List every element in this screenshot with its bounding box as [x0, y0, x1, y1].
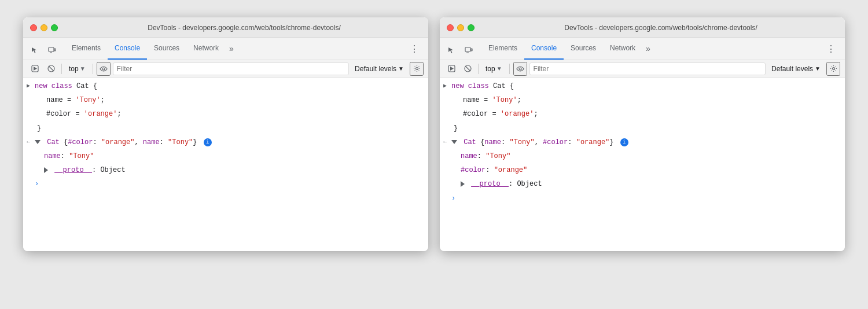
device-icon-right[interactable] [462, 43, 476, 57]
tab-menu-right[interactable]: ⋮ [822, 38, 840, 60]
block-button-left[interactable] [44, 62, 58, 76]
device-icon[interactable] [45, 43, 59, 57]
return-arrow-left: ← [27, 138, 30, 147]
console-output-left: ▶ new class Cat { name = 'Tony'; #color … [23, 78, 428, 251]
devtools-window-left: DevTools - developers.google.com/web/too… [23, 17, 428, 251]
svg-rect-10 [471, 49, 472, 51]
close-button[interactable] [30, 24, 37, 31]
console-input-right: ▶ new class Cat { [440, 80, 845, 94]
svg-line-6 [49, 66, 54, 71]
context-label-right: top [486, 65, 495, 73]
expand-arrow-input-left[interactable]: ▶ [27, 82, 30, 91]
svg-rect-9 [465, 47, 470, 52]
tab-elements-left[interactable]: Elements [65, 38, 108, 60]
console-toolbar-right: top ▼ Default levels ▼ [440, 60, 845, 78]
context-arrow-left: ▼ [80, 65, 86, 72]
maximize-button[interactable] [51, 24, 58, 31]
traffic-lights-left [30, 24, 58, 31]
console-prompt-row-right: › [440, 192, 845, 205]
collapse-cat-left[interactable] [35, 140, 41, 144]
tab-network-left[interactable]: Network [186, 38, 226, 60]
console-output-right-color: #color: "orange" [440, 164, 845, 178]
console-toolbar-left: top ▼ Default levels ▼ [23, 60, 428, 78]
levels-button-left[interactable]: Default levels ▼ [351, 62, 407, 75]
tab-network-right[interactable]: Network [603, 38, 642, 60]
tab-console-left[interactable]: Console [108, 38, 147, 60]
svg-line-15 [465, 66, 470, 71]
console-prompt-left: › [35, 179, 39, 190]
info-icon-right[interactable]: i [620, 138, 628, 146]
cursor-icon-right[interactable] [444, 43, 458, 57]
levels-label-right: Default levels [771, 65, 813, 73]
eye-button-right[interactable] [513, 62, 527, 76]
console-output-right-name: name: "Tony" [440, 150, 845, 164]
context-label-left: top [69, 65, 79, 73]
title-bar-right: DevTools - developers.google.com/web/too… [440, 17, 845, 38]
levels-label-left: Default levels [355, 65, 396, 73]
console-output-right-cat: ← Cat {name: "Tony", #color: "orange"} i [440, 136, 845, 150]
tab-more-right[interactable]: » [642, 38, 654, 60]
console-input-line2-left: name = 'Tony'; [23, 94, 428, 108]
console-input-left: ▶ new class Cat { [23, 80, 428, 94]
expand-proto-right[interactable] [461, 181, 465, 187]
tab-sources-left[interactable]: Sources [147, 38, 186, 60]
console-input-line3-right: #color = 'orange'; [440, 108, 845, 122]
tabs-bar-right: Elements Console Sources Network » ⋮ [440, 38, 845, 60]
svg-point-17 [832, 68, 834, 70]
tab-sources-right[interactable]: Sources [564, 38, 603, 60]
svg-point-7 [102, 68, 105, 70]
svg-point-16 [519, 68, 521, 70]
svg-point-8 [415, 68, 418, 70]
expand-arrow-input-right[interactable]: ▶ [443, 82, 447, 91]
eye-button-left[interactable] [97, 62, 111, 76]
tab-more-left[interactable]: » [226, 38, 237, 60]
console-input-line4-left: } [23, 122, 428, 136]
gear-button-right[interactable] [826, 62, 840, 76]
levels-arrow-right: ▼ [815, 65, 821, 72]
svg-marker-4 [34, 67, 37, 71]
close-button-right[interactable] [447, 24, 454, 31]
expand-proto-left[interactable] [44, 167, 48, 173]
tabs-bar-left: Elements Console Sources Network » ⋮ [23, 38, 428, 60]
console-input-line3-left: #color = 'orange'; [23, 108, 428, 122]
info-icon-left[interactable]: i [204, 138, 212, 146]
divider-right-2 [509, 64, 510, 74]
divider-left-1 [61, 64, 62, 74]
cursor-icon[interactable] [28, 43, 42, 57]
minimize-button[interactable] [41, 24, 47, 31]
tab-icon-group-right [444, 43, 476, 60]
context-arrow-right: ▼ [496, 65, 502, 72]
window-title-right: DevTools - developers.google.com/web/too… [484, 24, 838, 32]
run-button-left[interactable] [28, 62, 42, 76]
tab-menu-left[interactable]: ⋮ [405, 38, 424, 60]
return-arrow-right: ← [443, 138, 447, 147]
console-input-line4-right: } [440, 122, 845, 136]
title-bar-left: DevTools - developers.google.com/web/too… [23, 17, 428, 38]
console-output-right: ▶ new class Cat { name = 'Tony'; #color … [440, 78, 845, 251]
devtools-window-right: DevTools - developers.google.com/web/too… [440, 17, 845, 251]
svg-rect-0 [49, 47, 54, 52]
maximize-button-right[interactable] [468, 24, 475, 31]
divider-left-2 [93, 64, 93, 74]
gear-button-left[interactable] [410, 62, 424, 76]
divider-right-1 [478, 64, 479, 74]
window-title-left: DevTools - developers.google.com/web/too… [67, 24, 421, 32]
context-selector-left[interactable]: top ▼ [65, 62, 89, 75]
filter-input-left[interactable] [113, 62, 349, 75]
tab-elements-right[interactable]: Elements [481, 38, 524, 60]
tab-console-right[interactable]: Console [524, 38, 564, 60]
levels-button-right[interactable]: Default levels ▼ [768, 62, 824, 75]
console-prompt-row-left: › [23, 178, 428, 191]
traffic-lights-right [447, 24, 475, 31]
minimize-button-right[interactable] [457, 24, 464, 31]
console-input-line2-right: name = 'Tony'; [440, 94, 845, 108]
tab-icon-group-left [28, 43, 59, 60]
context-selector-right[interactable]: top ▼ [482, 62, 506, 75]
svg-marker-13 [450, 67, 454, 71]
filter-input-right[interactable] [529, 62, 766, 75]
console-output-right-proto: __proto__: Object [440, 178, 845, 192]
run-button-right[interactable] [444, 62, 458, 76]
block-button-right[interactable] [461, 62, 475, 76]
console-output-left-cat: ← Cat {#color: "orange", name: "Tony"} i [23, 136, 428, 150]
collapse-cat-right[interactable] [451, 140, 457, 144]
